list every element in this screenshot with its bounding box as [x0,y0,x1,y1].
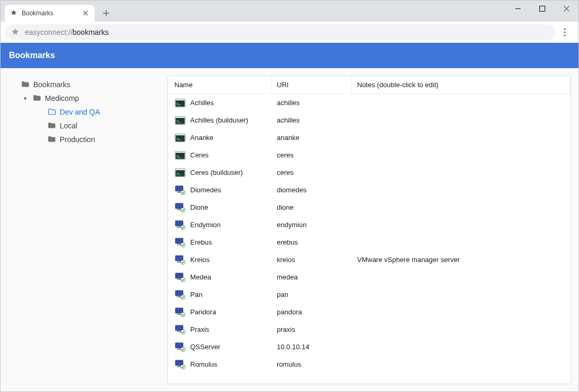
terminal-icon [174,116,186,125]
maximize-button[interactable] [530,1,554,16]
table-scroll[interactable]: Name URI Notes (double-click to edit) Ac… [168,76,571,384]
table-row[interactable]: Erebuserebus [168,234,571,251]
close-tab-button[interactable] [81,9,90,17]
folder-icon [47,135,57,144]
row-name: Medea [190,273,211,281]
cell-name: Medea [168,273,272,282]
address-bar-row: easyconnect://bookmarks [1,22,578,43]
row-name: Ceres (builduser) [190,169,243,176]
cell-name: Ceres [168,151,272,160]
svg-point-1 [564,28,565,30]
new-tab-button[interactable] [99,6,114,21]
cell-name: Erebus [168,238,272,247]
cell-name: Kreios [168,255,272,265]
row-name: QSServer [190,343,220,351]
cell-uri: erebus [272,238,352,246]
table-row[interactable]: Medeamedea [168,268,571,286]
row-name: Diomedes [190,186,221,194]
tree-label: Medicomp [45,94,79,102]
cell-uri: achilles [272,99,352,107]
table-row[interactable]: Endymionendymion [168,216,571,234]
cell-name: Diomedes [168,185,272,195]
cell-name: Romulus [168,360,272,369]
address-bar[interactable]: easyconnect://bookmarks [5,24,555,40]
tree-item-dev-and-qa[interactable]: Dev and QA [10,105,163,119]
row-name: Endymion [190,221,221,229]
chevron-down-icon[interactable]: ▾ [22,95,29,102]
cell-uri: kreios [272,256,352,264]
cell-name: Pandora [168,307,272,317]
rdp-icon [174,290,186,300]
rdp-icon [174,307,186,317]
terminal-icon [174,168,186,178]
cell-uri: pandora [272,308,352,316]
cell-uri: ceres [272,151,352,159]
cell-name: Endymion [168,220,272,230]
cell-uri: ceres [272,169,352,176]
cell-uri: diomedes [272,186,352,194]
column-header-notes[interactable]: Notes (double-click to edit) [352,76,571,94]
folder-icon [32,94,42,103]
minimize-button[interactable] [506,1,530,16]
table-row[interactable]: Ceresceres [168,146,571,164]
row-name: Dione [190,203,208,211]
cell-uri: romulus [272,360,352,368]
table-row[interactable]: Diomedesdiomedes [168,181,571,199]
rdp-icon [174,273,186,282]
star-icon [10,9,17,18]
rdp-icon [174,255,186,265]
cell-uri: medea [272,273,352,281]
tree-root[interactable]: Bookmarks [10,78,163,91]
row-name: Praxis [190,325,209,333]
row-name: Pandora [190,308,216,316]
row-name: Kreios [190,256,210,264]
table-row[interactable]: Praxispraxis [168,321,571,338]
table-row[interactable]: Romulusromulus [168,356,571,373]
column-header-name[interactable]: Name [168,76,272,94]
cell-name: Ceres (builduser) [168,168,272,178]
cell-notes[interactable]: VMware vSphere manager server [352,256,571,264]
cell-name: QSServer [168,342,272,352]
row-name: Ceres [190,151,209,159]
cell-uri: 10.0.10.14 [272,343,352,351]
cell-name: Achilles (builduser) [168,116,272,125]
address-scheme: easyconnect:// [25,28,72,36]
table-header: Name URI Notes (double-click to edit) [168,76,571,94]
table-row[interactable]: Achilles (builduser)achilles [168,111,571,129]
table-row[interactable]: Panpan [168,286,571,303]
tree-label: Production [60,135,95,144]
table-row[interactable]: Pandorapandora [168,303,571,321]
rdp-icon [174,185,186,195]
rdp-icon [174,220,186,230]
tree-label: Local [60,122,77,130]
row-name: Pan [190,291,202,298]
browser-tab[interactable]: Bookmarks [5,5,95,22]
rdp-icon [174,325,186,334]
titlebar: Bookmarks [1,1,578,22]
table-row[interactable]: Ceres (builduser)ceres [168,164,571,181]
cell-uri: pan [272,291,352,298]
row-name: Achilles (builduser) [190,116,248,124]
table-row[interactable]: Achillesachilles [168,94,571,111]
address-path: bookmarks [72,28,108,36]
bookmark-star-icon [11,27,20,38]
tree-group-medicomp[interactable]: ▾ Medicomp [10,91,163,105]
table-body: AchillesachillesAchilles (builduser)achi… [168,94,571,373]
column-header-uri[interactable]: URI [272,76,352,94]
row-name: Achilles [190,99,214,107]
tree-item-local[interactable]: Local [10,119,163,133]
table-row[interactable]: Anankeananke [168,129,571,146]
table-row[interactable]: Dionedione [168,199,571,216]
bookmark-list-panel: Name URI Notes (double-click to edit) Ac… [167,76,571,384]
table-row[interactable]: KreioskreiosVMware vSphere manager serve… [168,251,571,268]
rdp-icon [174,238,186,247]
row-name: Erebus [190,238,212,246]
cell-uri: praxis [272,325,352,333]
tree-label: Bookmarks [33,80,70,89]
close-window-button[interactable] [554,1,578,16]
page-title: Bookmarks [9,51,55,60]
table-row[interactable]: QSServer10.0.10.14 [168,338,571,356]
menu-button[interactable] [555,24,574,40]
tree-item-production[interactable]: Production [10,133,163,146]
rdp-icon [174,342,186,352]
